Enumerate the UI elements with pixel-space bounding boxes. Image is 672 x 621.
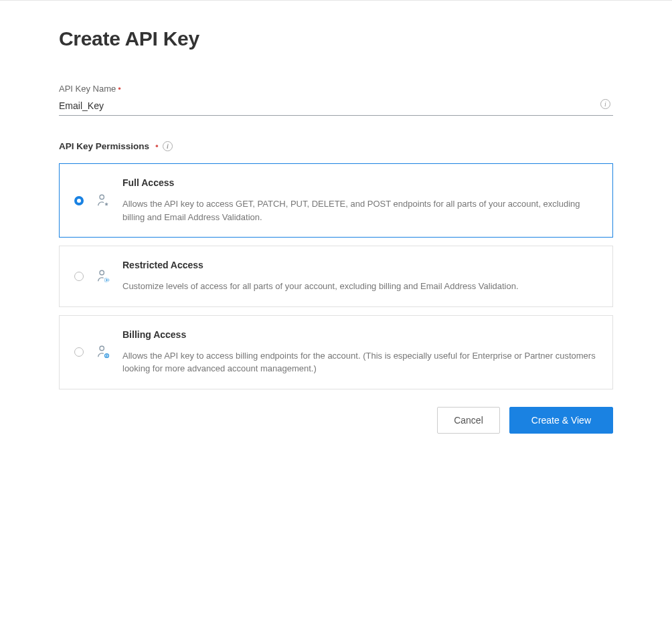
- info-icon[interactable]: i: [600, 99, 610, 109]
- api-key-name-input[interactable]: [59, 98, 613, 116]
- svg-point-2: [106, 279, 108, 281]
- option-title: Full Access: [122, 177, 598, 188]
- permissions-options: Full Access Allows the API key to access…: [59, 163, 613, 389]
- svg-point-3: [100, 346, 104, 350]
- svg-point-0: [100, 195, 104, 199]
- option-billing-access[interactable]: Billing Access Allows the API key to acc…: [59, 315, 613, 389]
- user-dollar-icon: [96, 345, 110, 359]
- user-star-icon: [96, 193, 110, 208]
- radio-full-access[interactable]: [74, 196, 84, 205]
- api-key-name-label: API Key Name•: [59, 84, 613, 94]
- option-title: Billing Access: [122, 329, 598, 340]
- create-api-key-page: Create API Key API Key Name• i API Key P…: [0, 0, 672, 621]
- required-indicator: •: [118, 84, 121, 94]
- option-full-access[interactable]: Full Access Allows the API key to access…: [59, 163, 613, 238]
- page-title: Create API Key: [59, 27, 613, 50]
- cancel-button[interactable]: Cancel: [437, 407, 500, 434]
- svg-point-1: [100, 270, 104, 274]
- radio-restricted-access[interactable]: [74, 272, 84, 281]
- info-icon[interactable]: i: [163, 141, 173, 151]
- action-buttons: Cancel Create & View: [59, 407, 613, 434]
- option-description: Allows the API key to access GET, PATCH,…: [122, 197, 598, 224]
- option-description: Allows the API key to access billing end…: [122, 349, 598, 375]
- create-view-button[interactable]: Create & View: [509, 407, 613, 434]
- radio-billing-access[interactable]: [74, 347, 84, 357]
- required-indicator: •: [155, 141, 159, 151]
- api-key-name-field: API Key Name• i: [59, 84, 613, 116]
- option-restricted-access[interactable]: Restricted Access Customize levels of ac…: [59, 246, 613, 307]
- permissions-label: API Key Permissions• i: [59, 141, 613, 151]
- user-gear-icon: [96, 269, 110, 284]
- option-description: Customize levels of access for all parts…: [122, 280, 598, 293]
- option-title: Restricted Access: [122, 260, 598, 270]
